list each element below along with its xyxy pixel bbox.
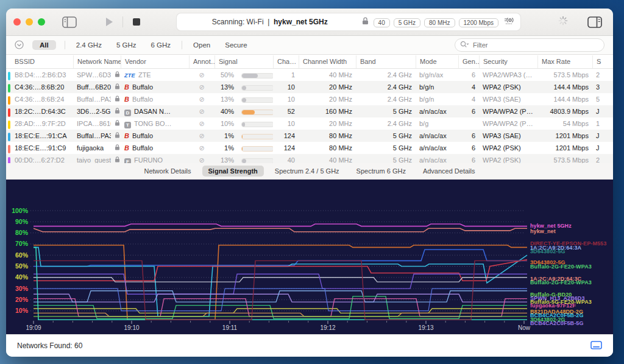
wifi-explorer-window: Scanning: Wi-Fi | hykw_net 5GHz 405 GHz8… (6, 9, 613, 357)
filter-band-5ghz[interactable]: 5 GHz (114, 40, 139, 50)
display-icon[interactable] (590, 341, 602, 351)
networks-found-label: Networks Found: 60 (17, 341, 82, 350)
zoom-window-button[interactable] (38, 18, 45, 26)
channel-cell: 1 (273, 69, 299, 81)
toolbar-divider (122, 16, 123, 27)
column-header-bssid[interactable]: BSSID (11, 55, 73, 68)
max-rate-cell: 144.4 Mbps (537, 93, 592, 105)
bssid-cell: 18:2C:…D:64:3C (11, 105, 73, 117)
network-name-cell: Buff…6B20 (73, 81, 111, 93)
column-header-cha-[interactable]: Cha… (273, 55, 299, 68)
buffalo-logo-icon: B (124, 132, 129, 139)
column-header-s[interactable]: S (592, 55, 613, 68)
bssid-cell: 18:EC:E…:91:C9 (11, 142, 73, 154)
row-color-indicator (8, 84, 10, 93)
column-header-signal[interactable]: Signal (214, 55, 273, 68)
generation-cell: 4 (458, 93, 479, 105)
bssid-cell: 00:D0:…6:27:D2 (11, 154, 73, 163)
lock-icon (111, 105, 121, 117)
table-row[interactable]: 28:AD:…9:7F:2DIPCA…8616TTONG BO…⊘10%1020… (6, 117, 613, 130)
band-cell: 2.4 GHz (356, 69, 416, 81)
mode-cell: a/n/ac/ax (416, 130, 458, 142)
column-header-max-rate[interactable]: Max Rate (537, 55, 592, 68)
edge-cell: 5 (592, 93, 613, 105)
scan-stop-button[interactable] (129, 18, 144, 26)
channel-cell: 40 (273, 154, 299, 163)
security-cell: WPA2 (PSK) (479, 81, 537, 93)
tab-spectrum-2-4---5-ghz[interactable]: Spectrum 2.4 / 5 GHz (269, 166, 346, 177)
filter-secure[interactable]: Secure (222, 40, 249, 50)
bssid-cell: C4:36:…8:6B:20 (11, 81, 73, 93)
signal-percent-cell: 50% (214, 69, 238, 81)
table-row[interactable]: B8:D4:…2:B6:D3SPW…6D3ZTEZTE⊘50%140 MHz2.… (6, 69, 613, 81)
lock-icon (111, 154, 121, 163)
column-header-network-name[interactable]: Network Name (73, 55, 121, 68)
signal-percent-cell: 13% (214, 93, 238, 105)
filter-band-6ghz[interactable]: 6 GHz (148, 40, 173, 50)
filter-all-button[interactable]: All (32, 40, 56, 50)
connection-badges: 405 GHz80 MHz1200 Mbps (370, 16, 498, 27)
row-color-indicator (8, 108, 10, 117)
minimize-window-button[interactable] (26, 18, 33, 26)
vendor-logo-icon: D (124, 110, 131, 116)
x-axis-tick: 19:12 (314, 324, 341, 331)
tab-spectrum-6-ghz[interactable]: Spectrum 6 GHz (350, 166, 412, 177)
column-header-annot-[interactable]: Annot… (189, 55, 214, 68)
series-buffalo-g-bd20 (34, 309, 527, 313)
lock-icon (111, 93, 121, 105)
lock-icon (111, 117, 121, 130)
tab-signal-strength[interactable]: Signal Strength (202, 166, 264, 177)
annotation-icon: ⊘ (189, 81, 214, 93)
vendor-cell: BBuffalo (121, 93, 189, 105)
column-header-gen-[interactable]: Gen… (458, 55, 479, 68)
channel-cell: 10 (273, 117, 299, 130)
y-axis-tick: 40% (6, 273, 28, 281)
signal-strength-chart: 100%90%80%70%60%50%40%30%20%10% 19:0919:… (6, 180, 613, 334)
y-axis-tick: 30% (6, 285, 28, 292)
column-header-mode[interactable]: Mode (416, 55, 458, 68)
edge-cell: 2 (592, 69, 613, 81)
legend-entry: Buffalo-2G-FE20-WPA3 (530, 279, 592, 285)
band-cell: 5 GHz (356, 142, 416, 154)
mode-cell: b/g (416, 117, 458, 130)
lock-icon (362, 16, 369, 27)
titlebar: Scanning: Wi-Fi | hykw_net 5GHz 405 GHz8… (6, 9, 613, 36)
antenna-signal-icon (503, 16, 514, 28)
legend-entry: 3D643802-5G (530, 248, 566, 254)
tab-network-details[interactable]: Network Details (138, 166, 197, 177)
series-direct-ye-epson-ep-m553--alt- (34, 261, 527, 320)
table-row[interactable]: 18:EC:E…:91:CABuffal…PA3BBuffalo⊘1%12480… (6, 130, 613, 142)
filter-open[interactable]: Open (191, 40, 213, 50)
table-row[interactable]: 18:2C:…D:64:3C3D6…2-5GDDASAN N…⊘40%52160… (6, 105, 613, 117)
filter-menu-icon[interactable] (15, 40, 24, 51)
search-input[interactable] (472, 41, 599, 49)
close-window-button[interactable] (13, 18, 21, 26)
connection-badge: 1200 Mbps (459, 18, 498, 27)
column-header-vendor[interactable]: Vendor (121, 55, 189, 68)
vendor-logo-icon: T (124, 122, 131, 128)
annotation-icon: ⊘ (189, 142, 214, 154)
column-header-channel-width[interactable]: Channel Width (299, 55, 356, 68)
filter-search-field[interactable] (455, 38, 604, 52)
network-name-cell: SPW…6D3 (73, 69, 111, 81)
table-row[interactable]: 00:D0:…6:27:D2taiyo_guestFFURUNO⊘13%4040… (6, 154, 613, 163)
details-panel-toggle-icon[interactable] (584, 16, 606, 29)
band-cell: 5 GHz (356, 154, 416, 163)
connection-badge: 80 MHz (424, 18, 455, 27)
filter-band-24ghz[interactable]: 2.4 GHz (74, 40, 104, 50)
table-row[interactable]: 18:EC:E…:91:C9fujigaokaBBuffalo⊘1%12480 … (6, 142, 613, 154)
signal-percent-cell: 40% (214, 105, 238, 117)
column-header-band[interactable]: Band (356, 55, 416, 68)
channel-width-cell: 40 MHz (299, 154, 356, 163)
band-cell: 2.4 GHz (356, 117, 416, 130)
tab-advanced-details[interactable]: Advanced Details (417, 166, 481, 177)
sidebar-toggle-icon[interactable] (58, 16, 80, 29)
scan-play-button[interactable] (102, 17, 116, 27)
max-rate-cell: 1201 Mbps (537, 142, 592, 154)
table-row[interactable]: C4:36:…8:6B:20Buff…6B20BBuffalo⊘13%1020 … (6, 81, 613, 93)
table-row[interactable]: C4:36:…8:6B:24Buffal…PA3BBuffalo⊘13%1020… (6, 93, 613, 105)
column-header-security[interactable]: Security (479, 55, 537, 68)
legend-entry: BCB4CA2C0F5B-5G (530, 320, 584, 326)
search-icon (460, 41, 469, 49)
mode-cell: b/g/n (416, 81, 458, 93)
